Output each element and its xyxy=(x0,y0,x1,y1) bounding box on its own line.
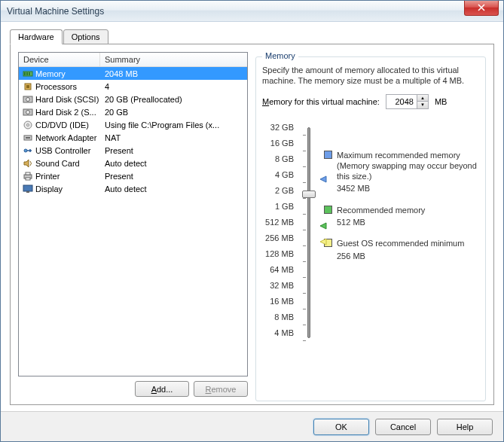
header-summary[interactable]: Summary xyxy=(100,53,247,66)
swatch-rec xyxy=(324,206,332,214)
legend-min-val: 256 MB xyxy=(337,251,464,261)
legend-min: Guest OS recommended minimum 256 MB xyxy=(324,238,479,261)
device-name: CD/DVD (IDE) xyxy=(35,120,102,130)
net-icon xyxy=(22,133,34,143)
scale-label: 128 MB xyxy=(262,246,294,262)
tab-options[interactable]: Options xyxy=(63,29,108,44)
cd-icon xyxy=(22,120,34,130)
remove-button: Remove xyxy=(194,381,248,397)
memory-desc: Specify the amount of memory allocated t… xyxy=(262,65,479,87)
memory-spinner[interactable]: ▲ ▼ xyxy=(386,94,429,109)
add-button[interactable]: Add... xyxy=(135,381,189,397)
slider-thumb[interactable] xyxy=(302,191,316,198)
memory-input[interactable] xyxy=(386,95,417,108)
device-summary: 2048 MB xyxy=(102,69,247,78)
spin-buttons: ▲ ▼ xyxy=(417,95,428,108)
left-buttons: Add... Remove xyxy=(18,381,248,397)
bottom-bar: OK Cancel Help xyxy=(1,411,503,441)
svg-rect-3 xyxy=(29,72,30,75)
dialog-body: Hardware Options Device Summary Memory20… xyxy=(1,22,503,411)
scale-label: 32 GB xyxy=(262,120,294,136)
svg-rect-2 xyxy=(26,72,28,75)
memory-group: Memory Specify the amount of memory allo… xyxy=(255,56,486,401)
scale-label: 32 MB xyxy=(262,278,294,294)
close-button[interactable] xyxy=(464,1,499,16)
device-row[interactable]: USB ControllerPresent xyxy=(19,144,247,157)
device-row[interactable]: Sound CardAuto detect xyxy=(19,157,247,169)
slider-track[interactable] xyxy=(300,120,318,341)
list-header: Device Summary xyxy=(19,53,247,67)
tab-content: Device Summary Memory2048 MBProcessors4H… xyxy=(10,44,494,405)
track-line xyxy=(307,127,310,338)
tab-hardware[interactable]: Hardware xyxy=(10,29,63,44)
group-label: Memory xyxy=(262,51,298,60)
device-row[interactable]: Processors4 xyxy=(19,80,247,93)
svg-rect-13 xyxy=(26,137,30,139)
scale-label: 2 GB xyxy=(262,183,294,199)
memory-icon xyxy=(22,69,34,79)
device-summary: Present xyxy=(102,146,247,155)
legend-rec-val: 512 MB xyxy=(337,217,425,227)
device-name: Hard Disk (SCSI) xyxy=(35,95,102,104)
device-list[interactable]: Device Summary Memory2048 MBProcessors4H… xyxy=(18,52,248,376)
device-row[interactable]: Hard Disk (SCSI)20 GB (Preallocated) xyxy=(19,93,247,105)
device-name: Sound Card xyxy=(35,159,102,168)
cancel-button[interactable]: Cancel xyxy=(375,419,431,435)
svg-point-9 xyxy=(26,110,30,114)
device-name: Network Adapter xyxy=(35,133,102,142)
device-name: USB Controller xyxy=(35,146,102,155)
window-title: Virtual Machine Settings xyxy=(7,6,104,17)
device-row[interactable]: Network AdapterNAT xyxy=(19,131,247,144)
scale-label: 256 MB xyxy=(262,230,294,246)
close-icon xyxy=(478,4,485,11)
svg-point-11 xyxy=(27,123,29,126)
ok-button[interactable]: OK xyxy=(313,419,369,435)
display-icon xyxy=(22,184,34,194)
device-row[interactable]: CD/DVD (IDE)Using file C:\Program Files … xyxy=(19,118,247,131)
printer-icon xyxy=(22,171,34,181)
scale-label: 16 MB xyxy=(262,294,294,309)
device-summary: 20 GB xyxy=(102,108,247,117)
device-name: Display xyxy=(35,184,102,194)
legend-rec-label: Recommended memory xyxy=(337,205,425,215)
device-name: Memory xyxy=(35,69,102,78)
svg-point-14 xyxy=(24,149,27,152)
window: Virtual Machine Settings Hardware Option… xyxy=(0,0,504,442)
header-device[interactable]: Device xyxy=(19,53,100,66)
device-row[interactable]: DisplayAuto detect xyxy=(19,182,247,195)
marker-min xyxy=(319,238,327,247)
right-pane: Memory Specify the amount of memory allo… xyxy=(255,52,486,397)
help-button[interactable]: Help xyxy=(437,419,493,435)
device-name: Hard Disk 2 (S... xyxy=(35,108,102,117)
tab-bar: Hardware Options xyxy=(10,29,494,44)
device-row[interactable]: PrinterPresent xyxy=(19,169,247,182)
scale-label: 16 GB xyxy=(262,136,294,151)
device-row[interactable]: Memory2048 MB xyxy=(19,67,247,80)
list-rows: Memory2048 MBProcessors4Hard Disk (SCSI)… xyxy=(19,67,247,195)
device-name: Processors xyxy=(35,82,102,91)
usb-icon xyxy=(22,145,34,156)
svg-rect-16 xyxy=(26,172,30,175)
legend-max: Maximum recommended memory (Memory swapp… xyxy=(324,150,479,194)
legend: Maximum recommended memory (Memory swapp… xyxy=(324,120,479,341)
svg-rect-1 xyxy=(24,72,26,75)
memory-input-row: Memory for this virtual machine: ▲ ▼ MB xyxy=(262,94,479,109)
scale-label: 512 MB xyxy=(262,215,294,230)
device-summary: Auto detect xyxy=(102,184,247,194)
memory-unit: MB xyxy=(435,97,447,106)
left-pane: Device Summary Memory2048 MBProcessors4H… xyxy=(18,52,248,397)
svg-point-7 xyxy=(26,97,30,101)
spin-down[interactable]: ▼ xyxy=(417,102,428,108)
device-name: Printer xyxy=(35,172,102,181)
spin-up[interactable]: ▲ xyxy=(417,95,428,102)
device-summary: Using file C:\Program Files (x... xyxy=(102,120,247,130)
marker-rec xyxy=(319,222,327,231)
device-summary: Auto detect xyxy=(102,159,247,168)
svg-rect-5 xyxy=(26,85,29,88)
scale-label: 4 MB xyxy=(262,325,294,341)
titlebar: Virtual Machine Settings xyxy=(1,1,503,22)
legend-rec: Recommended memory 512 MB xyxy=(324,205,479,228)
device-summary: Present xyxy=(102,172,247,181)
device-row[interactable]: Hard Disk 2 (S...20 GB xyxy=(19,105,247,118)
svg-rect-17 xyxy=(26,178,30,180)
